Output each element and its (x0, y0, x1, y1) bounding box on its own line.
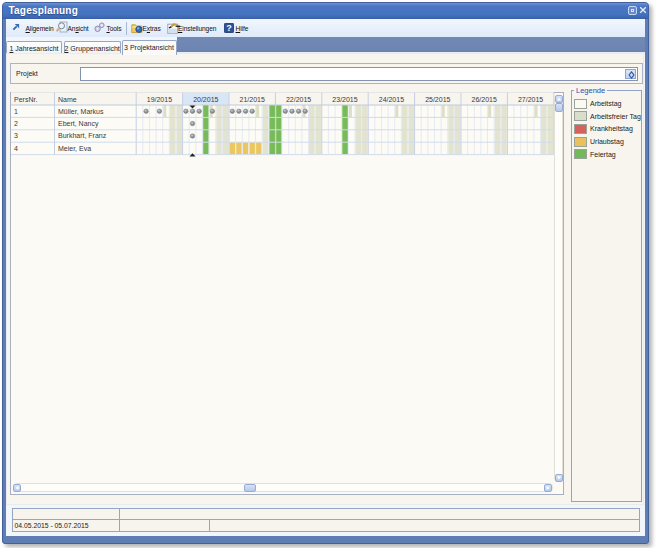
svg-text:?: ? (226, 23, 232, 33)
